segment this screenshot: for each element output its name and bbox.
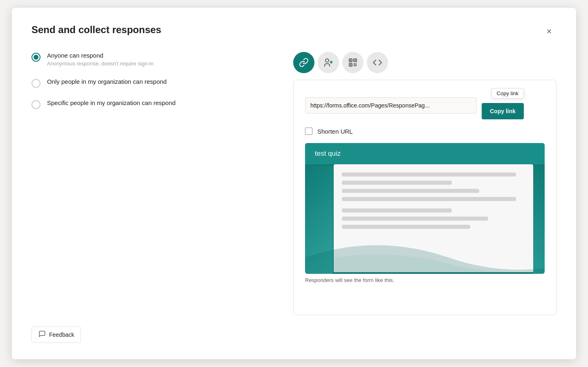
radio-option-org[interactable]: Only people in my organization can respo…: [31, 78, 269, 88]
preview-caption: Responders will see the form like this.: [305, 277, 545, 283]
svg-rect-8: [350, 60, 351, 61]
svg-rect-9: [355, 60, 356, 61]
radio-label-anyone: Anyone can respond Anonymous response, d…: [47, 52, 153, 67]
url-input[interactable]: [305, 97, 477, 114]
tab-link[interactable]: [293, 52, 314, 73]
svg-rect-6: [354, 65, 355, 66]
right-panel: Copy link Copy link Shorten URL test qui…: [293, 52, 557, 315]
radio-label-subtitle-anyone: Anonymous response, doesn't require sign…: [47, 60, 153, 67]
url-row-container: Copy link Copy link: [305, 92, 545, 119]
svg-point-0: [325, 59, 329, 62]
svg-rect-4: [354, 63, 355, 65]
skeleton-line-4: [342, 197, 516, 201]
shorten-url-row: Shorten URL: [305, 128, 545, 135]
shorten-url-label: Shorten URL: [317, 128, 353, 135]
radio-circle-specific: [31, 100, 40, 109]
bottom-bar: Feedback: [31, 315, 557, 343]
copy-link-button[interactable]: Copy link: [482, 103, 524, 119]
skeleton-line-1: [342, 172, 516, 177]
radio-option-anyone[interactable]: Anyone can respond Anonymous response, d…: [31, 52, 269, 67]
skeleton-line-2: [342, 181, 452, 185]
send-collect-responses-modal: Send and collect responses × Anyone can …: [12, 8, 576, 359]
form-preview: test quiz: [305, 143, 545, 274]
tab-embed[interactable]: [367, 52, 388, 73]
radio-label-org: Only people in my organization can respo…: [47, 78, 167, 85]
preview-wrapper: test quiz: [305, 143, 545, 307]
preview-form-title: test quiz: [315, 150, 341, 158]
radio-label-title-anyone: Anyone can respond: [47, 52, 153, 59]
modal-title: Send and collect responses: [31, 24, 161, 36]
preview-form-header: test quiz: [305, 143, 545, 164]
copy-link-tooltip: Copy link: [491, 88, 524, 98]
tabs-row: [293, 52, 557, 73]
feedback-label: Feedback: [49, 331, 74, 338]
tab-share-contacts[interactable]: [318, 52, 339, 73]
skeleton-line-6: [342, 217, 488, 221]
shorten-url-checkbox[interactable]: [305, 128, 312, 135]
content-box: Copy link Copy link Shorten URL test qui…: [293, 80, 557, 315]
radio-label-specific: Specific people in my organization can r…: [47, 99, 175, 106]
modal-body: Anyone can respond Anonymous response, d…: [31, 52, 557, 315]
radio-circle-org: [31, 79, 40, 88]
radio-label-title-specific: Specific people in my organization can r…: [47, 99, 175, 106]
tab-qr[interactable]: [342, 52, 364, 73]
feedback-button[interactable]: Feedback: [31, 327, 81, 343]
svg-rect-7: [355, 65, 357, 66]
wave-decoration: [305, 225, 545, 274]
svg-rect-10: [350, 64, 351, 65]
radio-circle-anyone: [31, 53, 40, 62]
copy-btn-wrapper: Copy link Copy link: [482, 92, 524, 119]
skeleton-line-5: [342, 208, 452, 213]
skeleton-line-3: [342, 189, 479, 193]
radio-option-specific[interactable]: Specific people in my organization can r…: [31, 99, 269, 109]
svg-rect-5: [355, 63, 357, 65]
close-button[interactable]: ×: [542, 24, 557, 39]
modal-header: Send and collect responses ×: [31, 24, 557, 39]
left-panel: Anyone can respond Anonymous response, d…: [31, 52, 269, 315]
radio-label-title-org: Only people in my organization can respo…: [47, 78, 167, 85]
chat-icon: [38, 330, 46, 339]
